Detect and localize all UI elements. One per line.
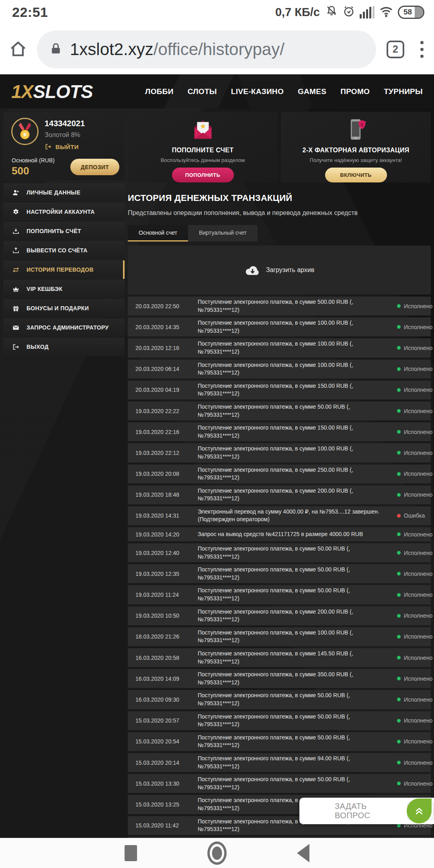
tab-main-account[interactable]: Основной счет (128, 225, 188, 242)
home-button[interactable] (207, 841, 227, 865)
transaction-date: 15.03.2020 20:54 (135, 738, 198, 745)
promo-card-2fa: 2-Х ФАКТОРНАЯ АВТОРИЗАЦИЯ Получите надёж… (281, 112, 431, 182)
recents-button[interactable] (125, 845, 137, 861)
balance-value: 500 (12, 165, 29, 177)
status-label: Исполнено (404, 760, 432, 766)
back-button[interactable] (297, 844, 309, 862)
transaction-date: 16.03.2020 20:58 (135, 655, 198, 661)
alarm-icon (342, 5, 355, 19)
status-label: Исполнено (404, 676, 432, 682)
transaction-date: 19.03.2020 10:50 (135, 612, 198, 619)
enable-2fa-button[interactable]: ВКЛЮЧИТЬ (325, 168, 387, 182)
status-label: Исполнено (404, 450, 432, 456)
transaction-row: 20.03.2020 04:19 Поступление электронног… (128, 381, 431, 399)
page-content: 143342021 Золотой 8% ВЫЙТИ Основной (RUB… (0, 108, 434, 838)
site-logo[interactable]: 1XSLOTS (11, 81, 93, 102)
tab-virtual-account[interactable]: Виртуальный счет (188, 225, 258, 242)
sidebar-menu-item[interactable]: ИСТОРИЯ ПЕРЕВОДОВ (3, 260, 125, 279)
transaction-date: 19.03.2020 14:20 (135, 531, 198, 538)
download-archive-button[interactable]: Загрузить архив (128, 246, 431, 295)
chat-expand-button[interactable] (407, 798, 432, 823)
header-nav-item[interactable]: ЛОББИ (145, 87, 174, 96)
status-label: Исполнено (404, 571, 432, 577)
logout-icon (45, 143, 52, 150)
transaction-status: Исполнено (397, 345, 432, 351)
header-nav-item[interactable]: ТУРНИРЫ (384, 87, 423, 96)
sidebar-menu-item[interactable]: ВЫВЕСТИ СО СЧЁТА (3, 241, 125, 260)
transaction-status: Исполнено (397, 780, 432, 787)
top-up-button[interactable]: ПОПОЛНИТЬ (172, 168, 234, 182)
clock: 22:51 (12, 4, 48, 20)
address-bar[interactable]: 1xslot2.xyz/office/historypay/ (37, 31, 376, 68)
transaction-row: 15.03.2020 13:30 Поступление электронног… (128, 774, 431, 793)
transaction-row: 15.03.2020 20:14 Поступление электронног… (128, 753, 431, 772)
header-nav-item[interactable]: ПРОМО (340, 87, 370, 96)
sidebar-item-label: ПОПОЛНИТЬ СЧЁТ (27, 228, 81, 234)
status-label: Исполнено (404, 303, 432, 309)
home-icon[interactable] (8, 39, 28, 60)
transaction-row: 16.03.2020 09:30 Поступление электронног… (128, 690, 431, 709)
sidebar-menu-item[interactable]: ПОПОЛНИТЬ СЧЁТ (3, 222, 125, 240)
transaction-description: Поступление электронного платежа, в сумм… (198, 629, 397, 645)
status-label: Исполнено (404, 429, 432, 435)
page-subtitle: Представлены операции пополнения, вывода… (128, 209, 431, 217)
transaction-date: 20.03.2020 14:35 (135, 324, 198, 330)
transaction-date: 20.03.2020 06:14 (135, 366, 198, 372)
lock-icon[interactable] (49, 41, 63, 58)
chat-widget[interactable]: ЗАДАТЬ ВОПРОС on-line (299, 798, 434, 824)
browser-menu-button[interactable] (419, 39, 425, 59)
sidebar-menu-item[interactable]: ЛИЧНЫЕ ДАННЫЕ (3, 183, 125, 202)
promo-title: ПОПОЛНИТЕ СЧЕТ (172, 147, 234, 154)
transaction-row: 19.03.2020 22:16 Поступление электронног… (128, 422, 431, 441)
sidebar-menu-item[interactable]: БОНУСЫ И ПОДАРКИ (3, 299, 125, 317)
transaction-status: Исполнено (397, 633, 432, 640)
transaction-date: 19.03.2020 12:35 (135, 571, 198, 577)
status-dot (397, 656, 401, 659)
status-dot (397, 761, 401, 764)
transaction-row: 19.03.2020 22:12 Поступление электронног… (128, 443, 431, 462)
status-dot (397, 367, 401, 371)
transaction-status: Исполнено (397, 550, 432, 556)
transaction-description: Поступление электронного платежа, в сумм… (198, 466, 397, 482)
transaction-date: 15.03.2020 20:57 (135, 717, 198, 724)
status-dot (397, 572, 401, 575)
sidebar-menu-item[interactable]: VIP КЕШБЭК (3, 280, 125, 298)
status-label: Исполнено (404, 550, 432, 556)
sidebar-menu-item[interactable]: ЗАПРОС АДМИНИСТРАТОРУ (3, 318, 125, 337)
transaction-date: 19.03.2020 20:08 (135, 471, 198, 477)
status-dot (397, 346, 401, 350)
sidebar-menu-item[interactable]: НАСТРОЙКИ АККАУНТА (3, 203, 125, 221)
transaction-date: 19.03.2020 12:40 (135, 550, 198, 556)
transaction-status: Исполнено (397, 571, 432, 577)
status-label: Исполнено (404, 592, 432, 598)
tab-counter-button[interactable]: 2 (387, 41, 404, 58)
transaction-description: Поступление электронного платежа, в сумм… (198, 650, 397, 665)
transaction-row: 19.03.2020 18:48 Поступление электронног… (128, 485, 431, 504)
status-label: Исполнено (404, 345, 432, 351)
android-navbar (0, 838, 434, 868)
cloud-download-icon (244, 264, 260, 276)
header-nav-item[interactable]: СЛОТЫ (188, 87, 217, 96)
status-dot (397, 782, 401, 785)
exit-icon (12, 343, 20, 351)
header-nav-item[interactable]: LIVE-КАЗИНО (231, 87, 284, 96)
deposit-button[interactable]: ДЕПОЗИТ (70, 159, 119, 175)
transaction-description: Запрос на вывод средств №421171725 в раз… (198, 530, 397, 538)
transaction-description: Поступление электронного платежа, в сумм… (198, 692, 397, 707)
phone-shield-icon (345, 117, 367, 143)
logout-link[interactable]: ВЫЙТИ (45, 143, 79, 150)
transaction-description: Поступление электронного платежа, в сумм… (198, 608, 397, 624)
status-label: Исполнено (404, 531, 432, 538)
transaction-row: 15.03.2020 20:54 Поступление электронног… (128, 732, 431, 751)
account-tabs: Основной счет Виртуальный счет (128, 225, 431, 242)
header-nav-item[interactable]: GAMES (298, 87, 326, 96)
user-panel: 143342021 Золотой 8% ВЫЙТИ Основной (RUB… (3, 112, 125, 180)
user-plus-icon (12, 189, 20, 197)
transaction-status: Исполнено (397, 471, 432, 477)
status-dot (397, 493, 401, 497)
url-text[interactable]: 1xslot2.xyz/office/historypay/ (70, 40, 285, 59)
transaction-status: Исполнено (397, 408, 432, 414)
transaction-date: 19.03.2020 22:22 (135, 408, 198, 414)
sidebar-item-label: ЗАПРОС АДМИНИСТРАТОРУ (27, 324, 108, 331)
sidebar-menu-item[interactable]: ВЫХОД (3, 338, 125, 356)
